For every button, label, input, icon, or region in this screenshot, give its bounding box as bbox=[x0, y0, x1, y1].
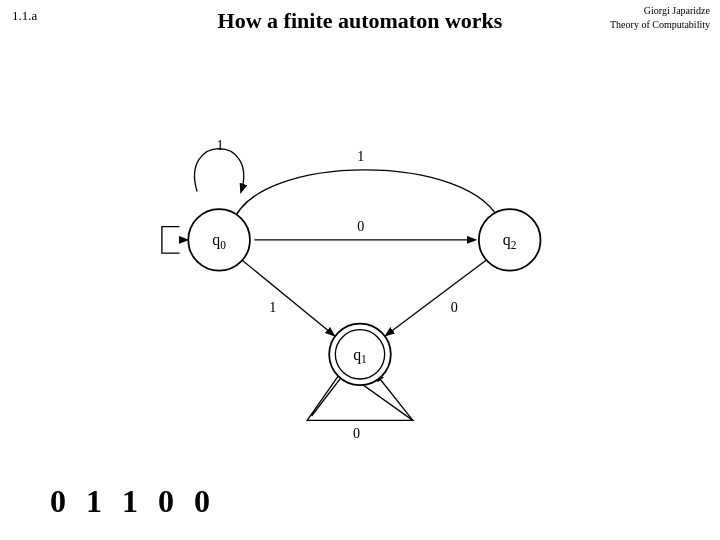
svg-line-1 bbox=[237, 256, 334, 335]
transition-label-q0-q1: 1 bbox=[269, 299, 276, 315]
transition-label-q2-q1: 0 bbox=[451, 299, 458, 315]
svg-line-3 bbox=[376, 374, 413, 421]
page-title: How a finite automaton works bbox=[0, 8, 720, 34]
svg-line-4 bbox=[312, 374, 345, 416]
transition-label-q2-q0: 1 bbox=[357, 148, 364, 164]
svg-line-2 bbox=[386, 256, 492, 335]
transition-label-q0-q2: 0 bbox=[357, 218, 364, 234]
input-sequence: 0 1 1 0 0 bbox=[50, 483, 216, 520]
transition-label-q0-self: 1 bbox=[216, 137, 223, 153]
transition-label-q1-self: 0 bbox=[353, 425, 360, 441]
automaton-diagram: 1 0 1 0 0 1 q0 q2 q bbox=[0, 55, 720, 460]
